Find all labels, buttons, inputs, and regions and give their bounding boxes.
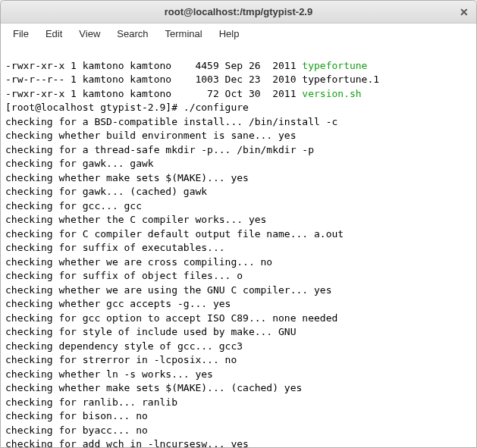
menu-edit[interactable]: Edit [38,26,70,42]
output-line: checking whether make sets $(MAKE)... ye… [5,172,249,183]
output-line: checking for C compiler default output f… [5,228,344,240]
menubar: File Edit View Search Terminal Help [1,23,476,43]
close-icon[interactable]: ✕ [458,6,470,18]
output-line: checking whether we are cross compiling.… [5,256,272,268]
output-line: checking for a BSD-compatible install...… [5,116,337,127]
output-line: -rwxr-xr-x 1 kamtono kamtono 4459 Sep 26… [5,60,367,71]
menu-terminal[interactable]: Terminal [158,26,210,42]
output-line: checking for a thread-safe mkdir -p... /… [5,144,314,155]
output-line: checking for gcc option to accept ISO C8… [5,312,337,324]
output-line: checking dependency style of gcc... gcc3 [5,340,243,352]
output-line: checking for gcc... gcc [5,200,142,211]
output-line: checking for style of include used by ma… [5,326,297,337]
output-line: -rw-r--r-- 1 kamtono kamtono 1003 Dec 23… [5,74,379,85]
output-line: checking whether ln -s works... yes [5,368,213,380]
terminal-window: root@localhost:/tmp/gtypist-2.9 ✕ File E… [0,0,477,448]
output-line: checking whether the C compiler works...… [5,214,266,225]
output-line: checking for gawk... (cached) gawk [5,186,207,197]
output-line: checking for strerror in -lcposix... no [5,354,237,365]
ls-entry: -rwxr-xr-x 1 kamtono kamtono 4459 Sep 26… [5,60,302,71]
file-executable: typefortune [302,60,367,71]
prompt-line: [root@localhost gtypist-2.9]# ./configur… [5,102,249,113]
output-line: checking whether build environment is sa… [5,130,297,141]
output-line: checking for add_wch in -lncursesw... ye… [5,438,249,447]
menu-help[interactable]: Help [212,26,247,42]
menu-view[interactable]: View [71,26,108,42]
menu-search[interactable]: Search [109,26,155,42]
terminal-output[interactable]: -rwxr-xr-x 1 kamtono kamtono 4459 Sep 26… [1,43,476,447]
output-line: -rwxr-xr-x 1 kamtono kamtono 72 Oct 30 2… [5,88,362,99]
output-line: checking for gawk... gawk [5,158,154,169]
output-line: checking whether we are using the GNU C … [5,284,331,296]
output-line: checking for bison... no [5,410,148,421]
output-line: checking for ranlib... ranlib [5,396,177,408]
menu-file[interactable]: File [5,26,36,42]
titlebar: root@localhost:/tmp/gtypist-2.9 ✕ [1,1,476,23]
ls-entry: -rwxr-xr-x 1 kamtono kamtono 72 Oct 30 2… [5,88,302,99]
file-executable: version.sh [302,88,361,99]
output-line: checking whether make sets $(MAKE)... (c… [5,382,302,393]
window-title: root@localhost:/tmp/gtypist-2.9 [1,6,476,17]
output-line: checking for suffix of object files... o [5,270,243,281]
output-line: checking for suffix of executables... [5,242,225,253]
output-line: checking for byacc... no [5,425,148,436]
output-line: checking whether gcc accepts -g... yes [5,298,231,309]
